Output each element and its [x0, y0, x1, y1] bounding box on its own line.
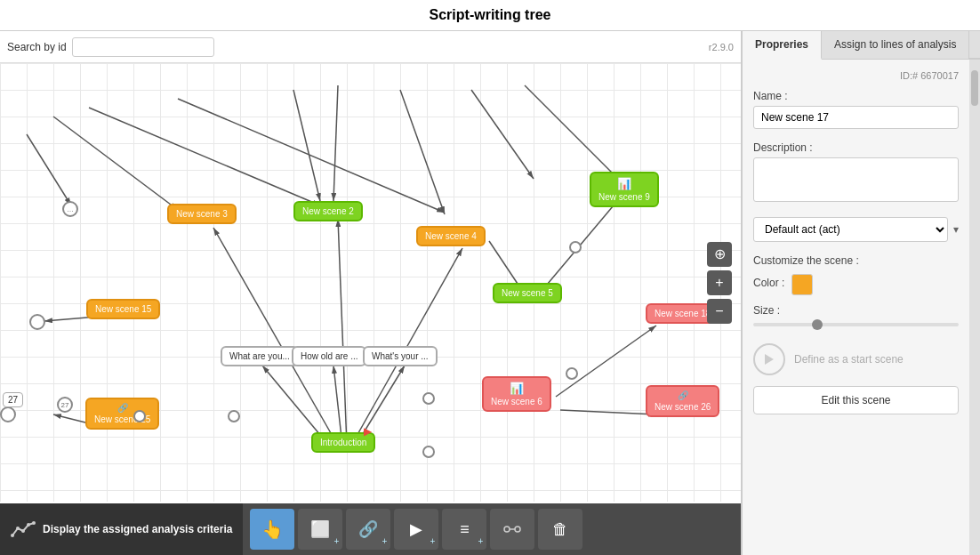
edit-btn-label: Edit this scene	[821, 394, 890, 406]
node-s25[interactable]: 🔗 New scene 25	[85, 398, 159, 430]
node-s26[interactable]: 🔗 New scene 26	[646, 385, 719, 417]
color-label: Color :	[753, 277, 784, 289]
node-q2[interactable]: How old are ...	[292, 346, 366, 366]
add-link-plus: +	[382, 536, 388, 546]
tab-assign[interactable]: Assign to lines of analysis	[822, 31, 969, 59]
connector-left2[interactable]	[0, 406, 16, 422]
node-s15[interactable]: New scene 15	[86, 299, 160, 319]
start-scene-row: Define as a start scene	[753, 343, 959, 375]
panel-scrollbar[interactable]	[969, 60, 980, 555]
toolbar-delete-btn[interactable]: 🗑	[538, 509, 582, 550]
node-label: New scene 26	[655, 402, 711, 412]
connector-mid4	[566, 367, 578, 380]
svg-line-14	[53, 117, 178, 210]
nav-zoom-out-btn[interactable]: −	[707, 299, 732, 324]
tab-properties[interactable]: Propreries	[743, 31, 822, 60]
node-27[interactable]: 27	[3, 392, 23, 407]
svg-point-27	[504, 527, 510, 532]
size-slider[interactable]	[753, 323, 959, 326]
node-s3[interactable]: New scene 3	[167, 204, 237, 224]
act-field: Default act (act) ▾	[753, 217, 959, 242]
svg-line-8	[542, 195, 623, 290]
connector-mid1	[228, 410, 240, 422]
svg-line-21	[525, 85, 618, 179]
name-label: Name :	[753, 90, 959, 102]
edit-scene-button[interactable]: Edit this scene	[753, 386, 959, 414]
node-label: New scene 3	[176, 209, 228, 219]
toolbar-add-scene-btn[interactable]: ⬜ +	[298, 509, 342, 550]
start-scene-label: Define as a start scene	[794, 353, 904, 366]
nav-zoom-in-btn[interactable]: +	[707, 270, 732, 295]
main-content: Search by id r2.9.0	[0, 31, 980, 555]
node-label: New scene 15	[95, 304, 151, 314]
name-input[interactable]	[753, 106, 959, 129]
version-label: r2.9.0	[709, 42, 734, 52]
node-s5[interactable]: New scene 5	[493, 283, 562, 303]
search-input[interactable]	[72, 37, 214, 57]
svg-line-19	[400, 90, 445, 214]
criteria-icon	[11, 519, 36, 539]
node-label: New scene 9	[598, 192, 650, 202]
node-s2[interactable]: New scene 2	[293, 201, 363, 221]
toolbar-add-media-btn[interactable]: ▶ +	[394, 509, 438, 550]
canvas-area: Search by id r2.9.0	[0, 31, 742, 555]
scene-icon: 📊	[617, 177, 631, 190]
scrollbar-thumb	[971, 70, 978, 106]
act-select-row: Default act (act) ▾	[753, 217, 959, 242]
connector-left1[interactable]	[29, 314, 45, 330]
node-s9[interactable]: 📊 New scene 9	[590, 172, 659, 207]
toolbar-add-link-btn[interactable]: 🔗 +	[346, 509, 390, 550]
right-panel: Propreries Assign to lines of analysis I…	[742, 31, 980, 555]
node-label: How old are ...	[301, 351, 357, 361]
node-intro[interactable]: ▶ Introduction	[311, 432, 375, 453]
title-bar: Script-writing tree	[0, 0, 980, 31]
connector-mid6	[133, 410, 146, 422]
add-list-plus: +	[478, 536, 484, 546]
customize-label: Customize the scene :	[753, 254, 959, 267]
node-s4[interactable]: New scene 4	[416, 226, 486, 246]
panel-body: ID:# 6670017 Name : Description : Def	[743, 60, 980, 555]
node-q3[interactable]: What's your ...	[363, 346, 438, 366]
color-swatch[interactable]	[791, 274, 813, 295]
add-media-plus: +	[430, 536, 436, 546]
node-label: New scene 6	[491, 397, 542, 406]
panel-content: ID:# 6670017 Name : Description : Def	[743, 60, 969, 555]
connector-mid5	[569, 241, 582, 253]
node-label: New scene 18	[655, 309, 711, 318]
description-textarea[interactable]	[753, 157, 959, 202]
svg-line-17	[293, 90, 320, 201]
svg-point-22	[11, 534, 14, 537]
node-label: Introduction	[320, 438, 366, 447]
node-q1[interactable]: What are you...	[221, 346, 299, 366]
act-select[interactable]: Default act (act)	[753, 217, 948, 242]
connector-top-left[interactable]: …	[62, 201, 78, 217]
scene-icon: 🔗	[117, 403, 128, 413]
svg-point-23	[16, 527, 20, 530]
graph-canvas[interactable]: ▶ Introduction New scene 2 New scene 3 N…	[0, 63, 741, 502]
node-label: What's your ...	[372, 351, 429, 361]
svg-marker-30	[765, 354, 774, 365]
svg-point-26	[32, 521, 36, 525]
play-marker: ▶	[364, 425, 372, 438]
toolbar-add-list-btn[interactable]: ≡ +	[442, 509, 486, 550]
nav-controls: ⊕ + −	[707, 242, 732, 324]
svg-point-28	[515, 527, 520, 532]
nav-center-btn[interactable]: ⊕	[707, 242, 732, 267]
display-criteria-button[interactable]: Display the assigned analysis criteria	[0, 503, 243, 555]
size-row: Size :	[753, 304, 959, 329]
svg-line-13	[27, 134, 71, 205]
app-container: Script-writing tree Search by id r2.9.0	[0, 0, 980, 555]
name-field: Name :	[753, 90, 959, 129]
description-label: Description :	[753, 141, 959, 154]
connector-mid3	[422, 446, 435, 458]
svg-line-10	[560, 410, 656, 414]
toolbar-connect-btn[interactable]	[490, 509, 534, 550]
panel-id: ID:# 6670017	[753, 70, 959, 81]
customize-section: Customize the scene : Color : Size :	[753, 254, 959, 329]
toolbar-cursor-btn[interactable]: 👆	[250, 509, 294, 550]
connector-mid2	[422, 392, 435, 405]
start-scene-icon	[753, 343, 785, 375]
search-label: Search by id	[7, 41, 67, 53]
connector-node-27[interactable]: 27	[57, 397, 73, 413]
node-s6[interactable]: 📊 New scene 6	[482, 376, 551, 412]
